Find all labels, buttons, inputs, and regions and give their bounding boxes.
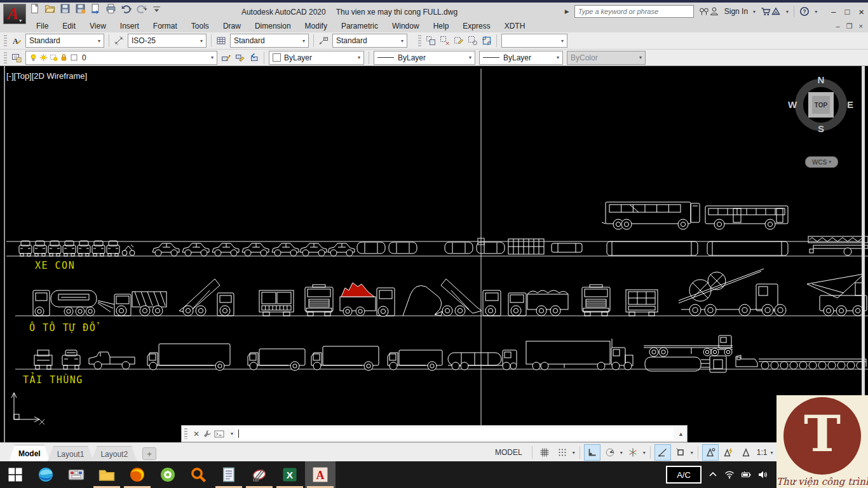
group-edit-button[interactable] xyxy=(452,34,466,48)
status-annoscale-toggle[interactable] xyxy=(738,444,754,461)
compass-north[interactable]: N xyxy=(790,74,852,85)
viewport-controls-label[interactable]: [-][Top][2D Wireframe] xyxy=(6,71,87,81)
status-ortho-toggle[interactable] xyxy=(584,444,600,461)
vertical-scrollbar[interactable] xyxy=(862,66,865,422)
status-annovis-toggle[interactable] xyxy=(702,444,719,461)
qat-redo-button[interactable]: ▾ xyxy=(136,3,147,14)
layer-combo[interactable]: 0▾ xyxy=(25,51,217,65)
command-line-palette[interactable]: ✕ ▾ ▲ xyxy=(181,425,688,442)
menu-xdth[interactable]: XDTH xyxy=(498,22,532,30)
wcs-menu[interactable]: WCS▾ xyxy=(805,156,838,168)
maximize-button[interactable]: □ xyxy=(844,7,850,17)
sign-in-button[interactable]: Sign In xyxy=(724,7,748,16)
qat-open-button[interactable] xyxy=(44,3,55,14)
linetype-combo[interactable]: ByLayer▾ xyxy=(374,51,475,65)
compass-east[interactable]: E xyxy=(847,99,853,110)
toolbar-grip[interactable] xyxy=(418,35,421,46)
close-button[interactable]: × xyxy=(858,6,864,17)
status-isodraft-toggle[interactable] xyxy=(625,444,641,461)
qat-new-button[interactable] xyxy=(29,3,40,14)
table-style-combo[interactable]: Standard▾ xyxy=(230,34,309,48)
match-layer-button[interactable] xyxy=(233,51,247,65)
mleader-style-button[interactable] xyxy=(316,34,330,48)
tray-chevron-up[interactable] xyxy=(708,470,718,480)
status-snap-toggle[interactable] xyxy=(554,444,571,461)
qat-plot-button[interactable] xyxy=(105,3,116,14)
taskbar-firefox[interactable] xyxy=(122,461,153,488)
workspace-combo[interactable]: ▾ xyxy=(501,34,567,48)
drawing-canvas[interactable]: XE CONÔ TÔ TỰ ĐỔTẢI THÙNG [-][Top][2D Wi… xyxy=(0,66,868,442)
mleader-style-combo[interactable]: Standard▾ xyxy=(332,34,407,48)
taskbar-search[interactable] xyxy=(183,461,214,488)
lineweight-combo[interactable]: ByLayer▾ xyxy=(479,51,563,65)
menu-parametric[interactable]: Parametric xyxy=(334,22,385,30)
tray-wifi[interactable] xyxy=(724,470,735,480)
taskbar-notepad[interactable] xyxy=(214,461,244,488)
viewcube-top-face[interactable]: TOP xyxy=(808,92,834,118)
command-line-close-icon[interactable]: ✕ xyxy=(190,430,203,438)
command-line-grip[interactable] xyxy=(184,428,187,439)
title-store-icons[interactable] xyxy=(761,6,781,17)
doc-close-button[interactable]: × xyxy=(859,22,863,30)
taskbar-autocad[interactable]: A xyxy=(305,461,336,488)
table-style-button[interactable] xyxy=(214,34,228,48)
taskbar-edge[interactable] xyxy=(31,461,61,488)
ime-indicator[interactable]: A/C xyxy=(666,466,702,484)
menu-window[interactable]: Window xyxy=(385,22,426,30)
qat-undo-button[interactable]: ▾ xyxy=(121,3,132,14)
taskbar-unikey[interactable] xyxy=(61,461,92,488)
taskbar-coccoc[interactable] xyxy=(153,461,183,488)
help-caret-icon[interactable]: ▾ xyxy=(815,9,817,15)
compass-west[interactable]: W xyxy=(788,99,797,110)
status-autoscale-toggle[interactable] xyxy=(720,444,736,461)
status-otrack-toggle[interactable] xyxy=(654,444,671,461)
search-expand-icon[interactable]: ▶ xyxy=(565,8,569,15)
sign-in-caret-icon[interactable]: ▾ xyxy=(753,9,756,15)
menu-insert[interactable]: Insert xyxy=(113,22,146,30)
qat-save-button[interactable] xyxy=(60,3,71,14)
layer-properties-button[interactable] xyxy=(10,51,24,65)
model-space-button[interactable]: MODEL xyxy=(489,448,528,457)
tab-model[interactable]: Model xyxy=(9,445,50,462)
application-menu-button[interactable]: A▾ xyxy=(3,4,26,24)
doc-restore-button[interactable]: ❐ xyxy=(846,22,853,30)
menu-format[interactable]: Format xyxy=(146,22,184,30)
tray-battery[interactable] xyxy=(741,470,751,480)
group-button[interactable] xyxy=(424,34,438,48)
tab-layout2[interactable]: Layout2 xyxy=(91,446,137,462)
text-style-button[interactable]: A xyxy=(10,34,24,48)
taskbar-snipping[interactable] xyxy=(244,461,275,488)
new-layout-button[interactable]: + xyxy=(142,447,156,460)
status-grid-toggle[interactable] xyxy=(536,444,553,461)
menu-file[interactable]: File xyxy=(29,22,55,30)
clip-button[interactable] xyxy=(480,34,494,48)
qat-export-button[interactable] xyxy=(90,3,101,14)
tab-layout1[interactable]: Layout1 xyxy=(48,446,94,462)
dim-style-combo[interactable]: ISO-25▾ xyxy=(128,34,207,48)
menu-express[interactable]: Express xyxy=(456,22,497,30)
status-polar-toggle[interactable] xyxy=(602,444,618,461)
taskbar-excel[interactable]: X xyxy=(275,461,305,488)
help-icon-slot[interactable]: ? xyxy=(799,6,810,17)
ungroup-button[interactable] xyxy=(438,34,452,48)
minimize-button[interactable]: – xyxy=(831,7,836,17)
command-prompt-icon[interactable] xyxy=(214,429,228,439)
menu-tools[interactable]: Tools xyxy=(184,22,216,30)
status-osnap-toggle[interactable] xyxy=(672,444,689,461)
viewcube[interactable]: N S W E TOP xyxy=(790,75,852,137)
taskbar-start[interactable] xyxy=(0,461,31,488)
search-input[interactable] xyxy=(574,5,694,18)
menu-help[interactable]: Help xyxy=(426,22,456,30)
text-style-combo[interactable]: Standard▾ xyxy=(25,34,104,48)
menu-draw[interactable]: Draw xyxy=(216,22,248,30)
qat-more-button[interactable] xyxy=(151,3,162,14)
layer-previous-button[interactable] xyxy=(247,51,261,65)
menu-edit[interactable]: Edit xyxy=(55,22,83,30)
compass-south[interactable]: S xyxy=(790,123,852,134)
qat-save-as-button[interactable] xyxy=(75,3,86,14)
annotation-scale-value[interactable]: 1:1 xyxy=(756,448,769,457)
make-current-button[interactable] xyxy=(219,51,233,65)
command-line-wrench-icon[interactable] xyxy=(203,429,212,438)
tray-volume[interactable] xyxy=(757,470,768,480)
color-combo[interactable]: ByLayer▾ xyxy=(269,51,364,65)
